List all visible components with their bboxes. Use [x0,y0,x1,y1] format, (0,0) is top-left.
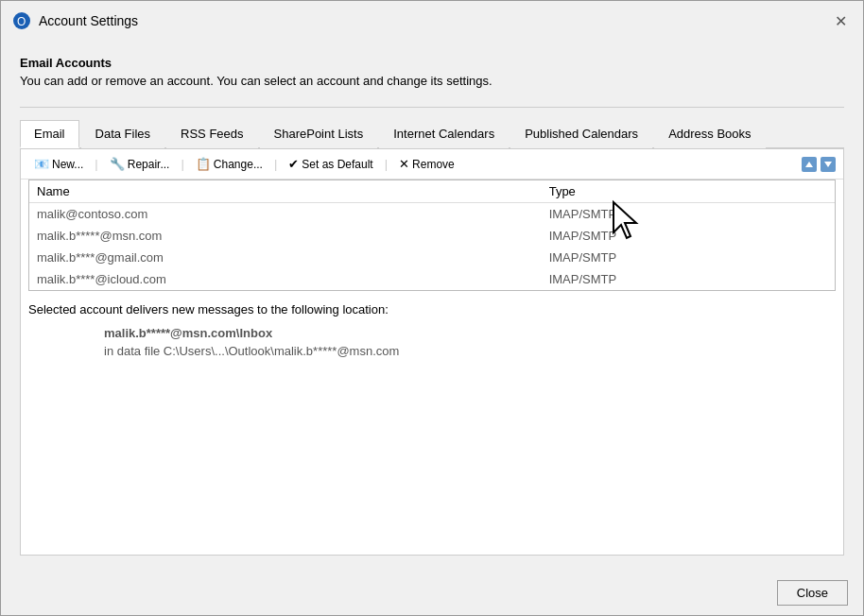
account-name: malik@contoso.com [29,203,542,226]
account-name: malik.b****@icloud.com [29,268,542,290]
close-title-bar-button[interactable]: ✕ [829,9,852,32]
table-row[interactable]: malik@contoso.comIMAP/SMTP [29,203,835,226]
delivery-account: malik.b*****@msn.com\Inbox [104,326,836,340]
tab-data-files[interactable]: Data Files [81,120,165,148]
svg-marker-3 [824,162,832,167]
title-bar: O Account Settings ✕ [1,1,863,41]
account-name: malik.b****@gmail.com [29,247,542,268]
account-type: IMAP/SMTP [542,268,835,290]
svg-text:O: O [17,15,26,28]
accounts-table-wrapper: Name Type malik@contoso.comIMAP/SMTPmali… [28,180,836,291]
change-icon: 📋 [196,157,211,171]
tab-email[interactable]: Email [20,120,79,148]
divider [20,107,844,108]
repair-icon: 🔧 [110,157,125,171]
dialog-title: Account Settings [39,13,138,28]
delivery-title: Selected account delivers new messages t… [28,302,836,317]
set-default-icon: ✔ [288,157,299,171]
tab-internet-calendars[interactable]: Internet Calendars [379,120,509,148]
col-header-type: Type [542,180,835,203]
set-default-label: Set as Default [302,158,372,171]
change-label: Change... [214,158,263,171]
account-type: IMAP/SMTP [542,247,835,268]
remove-icon: ✕ [399,157,409,171]
table-row[interactable]: malik.b*****@msn.comIMAP/SMTP [29,225,835,247]
set-default-button[interactable]: ✔ Set as Default [283,155,378,173]
col-header-name: Name [29,180,542,203]
account-name: malik.b*****@msn.com [29,225,542,247]
nav-down-button[interactable] [821,157,836,172]
dialog-footer: Close [1,571,863,615]
new-label: New... [52,158,83,171]
sep1: | [95,157,97,171]
account-type: IMAP/SMTP [542,225,835,247]
repair-label: Repair... [128,158,170,171]
tab-content: 📧 New... | 🔧 Repair... | 📋 Change... | [20,149,844,556]
repair-button[interactable]: 🔧 Repair... [104,155,176,173]
table-row[interactable]: malik.b****@icloud.comIMAP/SMTP [29,268,835,290]
sep4: | [385,157,388,171]
change-button[interactable]: 📋 Change... [190,155,268,173]
nav-arrows [802,157,836,172]
tab-address-books[interactable]: Address Books [654,120,765,148]
delivery-section: Selected account delivers new messages t… [21,291,843,366]
tab-rss-feeds[interactable]: RSS Feeds [166,120,257,148]
new-button[interactable]: 📧 New... [28,155,89,173]
nav-up-button[interactable] [802,157,817,172]
section-title: Email Accounts [20,56,844,70]
svg-marker-2 [805,162,813,167]
sep2: | [181,157,183,171]
table-row[interactable]: malik.b****@gmail.comIMAP/SMTP [29,247,835,268]
tab-bar: Email Data Files RSS Feeds SharePoint Li… [20,119,844,149]
accounts-table: Name Type malik@contoso.comIMAP/SMTPmali… [29,180,835,290]
sep3: | [274,157,277,171]
delivery-path: in data file C:\Users\...\Outlook\malik.… [104,344,836,358]
accounts-toolbar: 📧 New... | 🔧 Repair... | 📋 Change... | [21,149,843,180]
section-desc: You can add or remove an account. You ca… [20,74,844,88]
tab-published-calendars[interactable]: Published Calendars [510,120,652,148]
tab-sharepoint-lists[interactable]: SharePoint Lists [260,120,378,148]
remove-label: Remove [412,158,455,171]
remove-button[interactable]: ✕ Remove [393,155,460,173]
new-icon: 📧 [34,157,49,171]
app-icon: O [12,11,31,30]
close-button[interactable]: Close [777,580,848,606]
account-type: IMAP/SMTP [542,203,835,226]
